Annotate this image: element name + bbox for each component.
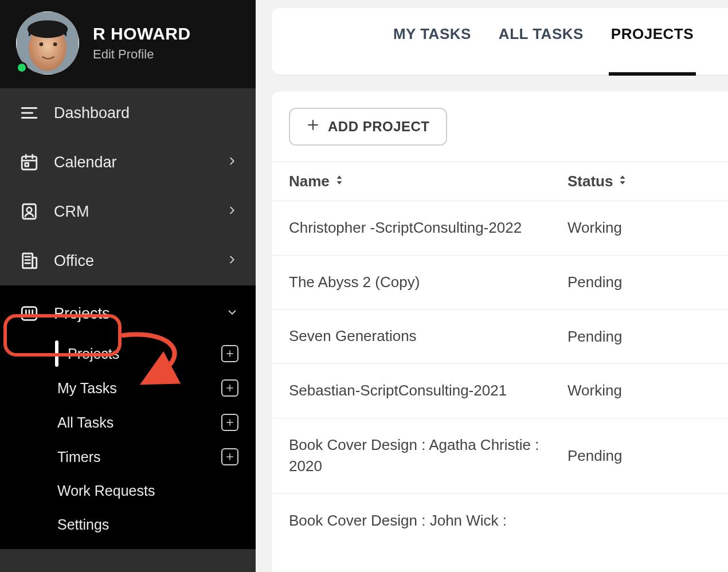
kanban-icon (19, 304, 39, 323)
col-header-status[interactable]: Status (567, 173, 711, 190)
nav-top: Dashboard Calendar CRM Office (0, 88, 256, 285)
nav-label: Office (54, 252, 211, 270)
nav-crm[interactable]: CRM (0, 187, 256, 236)
tab-all-tasks[interactable]: ALL TASKS (499, 25, 584, 75)
sub-projects[interactable]: Projects (57, 340, 256, 367)
tab-projects[interactable]: PROJECTS (611, 25, 694, 75)
main-content: MY TASKS ALL TASKS PROJECTS ADD PROJECT … (256, 0, 728, 572)
tab-my-tasks[interactable]: MY TASKS (393, 25, 471, 75)
projects-sublist: Projects My Tasks All Tasks Timers Work … (57, 340, 256, 538)
nav-office[interactable]: Office (0, 236, 256, 285)
add-task-icon[interactable] (221, 379, 238, 397)
table-row[interactable]: Book Cover Design : Agatha Christie : 20… (272, 418, 728, 494)
cell-name: Book Cover Design : John Wick : (289, 510, 567, 532)
table-row[interactable]: Book Cover Design : John Wick : (272, 494, 728, 548)
sub-settings[interactable]: Settings (57, 512, 256, 538)
svg-point-3 (40, 42, 44, 46)
add-timer-icon[interactable] (221, 448, 238, 465)
calendar-icon (19, 152, 39, 172)
sub-label: All Tasks (57, 414, 214, 431)
cell-name: The Abyss 2 (Copy) (289, 272, 567, 293)
sub-work-requests[interactable]: Work Requests (57, 478, 256, 504)
svg-point-4 (53, 42, 57, 46)
chevron-down-icon (226, 305, 238, 323)
table-rows: Christopher -ScriptConsulting-2022 Worki… (272, 201, 728, 572)
chevron-right-icon (226, 203, 238, 221)
nav-label: Projects (54, 305, 211, 323)
add-project-button[interactable]: ADD PROJECT (289, 108, 447, 146)
svg-rect-12 (25, 163, 29, 166)
cell-status: Working (567, 217, 711, 239)
sort-icon (617, 173, 628, 190)
nav-dashboard[interactable]: Dashboard (0, 88, 256, 138)
cell-status: Working (567, 380, 711, 402)
col-header-status-label: Status (567, 173, 613, 190)
nav-label: Dashboard (54, 104, 238, 122)
tabs-bar: MY TASKS ALL TASKS PROJECTS (272, 8, 728, 75)
cell-status: Pending (567, 272, 711, 293)
menu-icon (19, 103, 39, 123)
nav-label: CRM (54, 203, 211, 221)
svg-point-14 (27, 207, 32, 213)
cell-name: Sebastian-ScriptConsulting-2021 (289, 380, 567, 402)
sub-my-tasks[interactable]: My Tasks (57, 375, 256, 401)
cell-status: Pending (567, 326, 711, 347)
projects-panel: ADD PROJECT Name Status Christopher -Scr… (272, 92, 728, 572)
sub-timers[interactable]: Timers (57, 444, 256, 470)
cell-name: Christopher -ScriptConsulting-2022 (289, 217, 567, 239)
sidebar: R HOWARD Edit Profile Dashboard Calendar… (0, 0, 256, 572)
profile-name: R HOWARD (93, 24, 191, 44)
online-status-dot (16, 62, 28, 73)
cell-name: Book Cover Design : Agatha Christie : 20… (289, 434, 567, 477)
sub-label: Projects (57, 346, 214, 362)
chevron-right-icon (226, 252, 238, 270)
nav-calendar[interactable]: Calendar (0, 138, 256, 187)
chevron-right-icon (226, 154, 238, 171)
nav-projects-section: Projects Projects My Tasks All Tasks Tim… (0, 285, 256, 549)
svg-rect-19 (33, 257, 37, 268)
table-row[interactable]: Sebastian-ScriptConsulting-2021 Working (272, 364, 728, 418)
sort-icon (334, 173, 345, 190)
toolbar: ADD PROJECT (272, 92, 728, 162)
col-header-name[interactable]: Name (289, 173, 567, 190)
sub-all-tasks[interactable]: All Tasks (57, 409, 256, 436)
nav-label: Calendar (54, 154, 211, 171)
table-row[interactable]: The Abyss 2 (Copy) Pending (272, 256, 728, 310)
profile-section: R HOWARD Edit Profile (0, 0, 256, 88)
svg-point-2 (28, 20, 68, 38)
add-task-icon[interactable] (221, 414, 238, 431)
plus-icon (306, 118, 320, 135)
table-header: Name Status (272, 162, 728, 201)
sub-label: Work Requests (57, 483, 238, 499)
avatar-wrap (16, 11, 79, 75)
sub-label: Timers (57, 449, 214, 465)
contact-icon (19, 202, 39, 221)
col-header-name-label: Name (289, 173, 330, 190)
sub-label: My Tasks (57, 380, 214, 397)
document-icon (19, 251, 39, 271)
sub-label: Settings (57, 516, 238, 533)
table-row[interactable]: Christopher -ScriptConsulting-2022 Worki… (272, 201, 728, 256)
cell-name: Seven Generations (289, 326, 567, 347)
edit-profile-link[interactable]: Edit Profile (93, 47, 191, 62)
add-project-label: ADD PROJECT (328, 119, 430, 135)
cell-status (567, 510, 711, 532)
cell-status: Pending (567, 434, 711, 477)
add-project-icon[interactable] (221, 345, 238, 362)
table-row[interactable]: Seven Generations Pending (272, 309, 728, 364)
nav-projects[interactable]: Projects (0, 292, 256, 335)
